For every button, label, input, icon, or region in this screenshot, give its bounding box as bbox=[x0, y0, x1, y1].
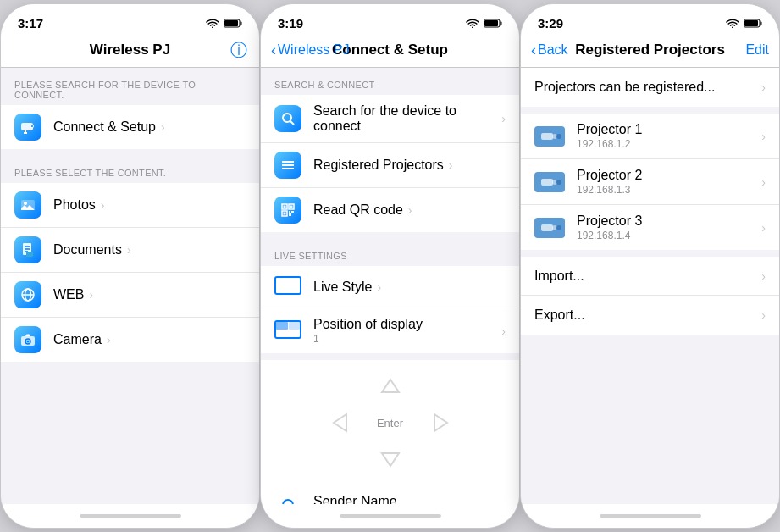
chevron-icon: › bbox=[127, 243, 131, 257]
can-register-item[interactable]: Projectors can be registered... › bbox=[521, 68, 779, 107]
projector-3-item[interactable]: Projector 3 192.168.1.4 › bbox=[521, 205, 779, 250]
photo-icon bbox=[19, 197, 36, 213]
info-button-1[interactable]: ⓘ bbox=[230, 39, 247, 62]
sender-name-item[interactable]: Sender Name No Name › bbox=[261, 485, 519, 504]
photos-item[interactable]: Photos › bbox=[1, 183, 259, 228]
registered-projectors-item[interactable]: Registered Projectors › bbox=[261, 143, 519, 188]
export-item[interactable]: Export... › bbox=[521, 296, 779, 335]
chevron-icon: › bbox=[761, 80, 766, 94]
svg-rect-39 bbox=[289, 213, 291, 216]
home-indicator-2 bbox=[261, 504, 519, 528]
documents-icon bbox=[14, 236, 41, 263]
proj-svg-1 bbox=[541, 131, 558, 141]
chevron-icon: › bbox=[761, 269, 766, 283]
position-display-label: Position of display bbox=[313, 317, 496, 332]
projector-3-icon bbox=[534, 218, 565, 238]
svg-rect-34 bbox=[290, 206, 293, 208]
svg-rect-43 bbox=[289, 322, 300, 330]
chevron-icon: › bbox=[501, 112, 506, 125]
dpad-left-icon bbox=[329, 411, 353, 435]
projector-1-item[interactable]: Projector 1 192.168.1.2 › bbox=[521, 114, 779, 159]
chevron-icon: › bbox=[107, 333, 111, 346]
svg-rect-52 bbox=[744, 20, 758, 26]
registered-proj-icon bbox=[274, 152, 301, 179]
connect-setup-icon bbox=[14, 114, 41, 141]
battery-icon-2 bbox=[484, 19, 502, 28]
live-style-label: Live Style bbox=[313, 280, 372, 295]
search-device-item[interactable]: Search for the device to connect › bbox=[261, 95, 519, 143]
documents-item[interactable]: Documents › bbox=[1, 228, 259, 273]
nav-back-label-3: Back bbox=[538, 42, 568, 58]
chevron-icon: › bbox=[377, 280, 381, 294]
svg-point-49 bbox=[732, 27, 733, 29]
dpad-area: Enter bbox=[261, 360, 519, 485]
nav-back-label-2: Wireless PJ bbox=[278, 42, 349, 58]
home-bar-2 bbox=[340, 514, 441, 518]
svg-point-6 bbox=[31, 125, 33, 127]
battery-icon bbox=[224, 19, 242, 28]
chevron-icon: › bbox=[761, 130, 766, 143]
wifi-icon-2 bbox=[466, 18, 479, 28]
dpad-row-middle: Enter bbox=[326, 407, 455, 438]
photos-label: Photos bbox=[53, 197, 96, 213]
globe-icon bbox=[19, 286, 36, 303]
registered-proj-label: Registered Projectors bbox=[313, 158, 444, 173]
chevron-icon: › bbox=[761, 175, 766, 189]
battery-icon-3 bbox=[744, 19, 762, 28]
camera-item[interactable]: Camera › bbox=[1, 318, 259, 362]
position-display-item[interactable]: Position of display 1 › bbox=[261, 308, 519, 353]
nav-title-3: Registered Projectors bbox=[575, 42, 725, 58]
svg-rect-42 bbox=[276, 322, 288, 330]
dpad-down-button[interactable] bbox=[375, 443, 406, 474]
svg-rect-25 bbox=[484, 20, 498, 26]
dpad-enter-label[interactable]: Enter bbox=[373, 417, 407, 429]
nav-title-2: Connect & Setup bbox=[332, 42, 448, 58]
svg-rect-15 bbox=[26, 252, 33, 257]
svg-marker-46 bbox=[434, 414, 447, 431]
section-header-live: LIVE SETTINGS bbox=[261, 239, 519, 266]
can-register-group: Projectors can be registered... › bbox=[521, 68, 779, 107]
dpad-row-top bbox=[375, 372, 406, 402]
projector-2-item[interactable]: Projector 2 192.168.1.3 › bbox=[521, 159, 779, 205]
import-item[interactable]: Import... › bbox=[521, 257, 779, 296]
phone3: 3:29 ‹ Back Registered Projectors Edit bbox=[520, 3, 780, 529]
dpad-up-button[interactable] bbox=[375, 372, 406, 402]
wifi-icon bbox=[206, 18, 219, 28]
web-item[interactable]: WEB › bbox=[1, 273, 259, 318]
nav-back-2[interactable]: ‹ Wireless PJ bbox=[271, 42, 349, 59]
web-icon bbox=[14, 281, 41, 308]
svg-rect-37 bbox=[289, 211, 290, 213]
edit-button-3[interactable]: Edit bbox=[745, 42, 769, 58]
import-export-group: Import... › Export... › bbox=[521, 257, 779, 335]
live-style-item[interactable]: Live Style › bbox=[261, 266, 519, 308]
projectors-group: Projector 1 192.168.1.2 › Projector 2 19… bbox=[521, 114, 779, 250]
chevron-icon: › bbox=[449, 158, 453, 172]
read-qr-item[interactable]: Read QR code › bbox=[261, 188, 519, 232]
live-style-svg bbox=[274, 276, 301, 295]
dpad-right-icon bbox=[428, 411, 451, 435]
phone3-content: Projectors can be registered... › Projec… bbox=[521, 68, 779, 504]
section-header-content: PLEASE SELECT THE CONTENT. bbox=[1, 156, 259, 183]
svg-rect-53 bbox=[541, 133, 553, 140]
svg-rect-57 bbox=[541, 224, 553, 231]
nav-back-3[interactable]: ‹ Back bbox=[531, 42, 568, 59]
svg-point-21 bbox=[27, 341, 30, 343]
chevron-icon: › bbox=[101, 198, 105, 212]
connect-setup-item[interactable]: Connect & Setup › bbox=[1, 105, 259, 149]
doc-icon bbox=[19, 241, 36, 258]
dpad-left-button[interactable] bbox=[326, 407, 357, 438]
svg-line-27 bbox=[290, 121, 294, 125]
pos-svg-icon bbox=[274, 320, 301, 339]
search-projector-icon bbox=[19, 119, 36, 136]
projector-2-text: Projector 2 192.168.1.3 bbox=[577, 168, 756, 196]
chevron-icon: › bbox=[761, 221, 766, 235]
status-bar-1: 3:17 bbox=[1, 4, 259, 36]
dpad-down-icon bbox=[379, 446, 402, 470]
chevron-icon: › bbox=[761, 308, 766, 322]
dpad-right-button[interactable] bbox=[424, 407, 455, 438]
svg-rect-32 bbox=[284, 206, 286, 208]
svg-point-26 bbox=[283, 114, 291, 122]
svg-rect-36 bbox=[284, 213, 286, 215]
import-label: Import... bbox=[534, 269, 756, 284]
chevron-icon: › bbox=[89, 288, 93, 302]
